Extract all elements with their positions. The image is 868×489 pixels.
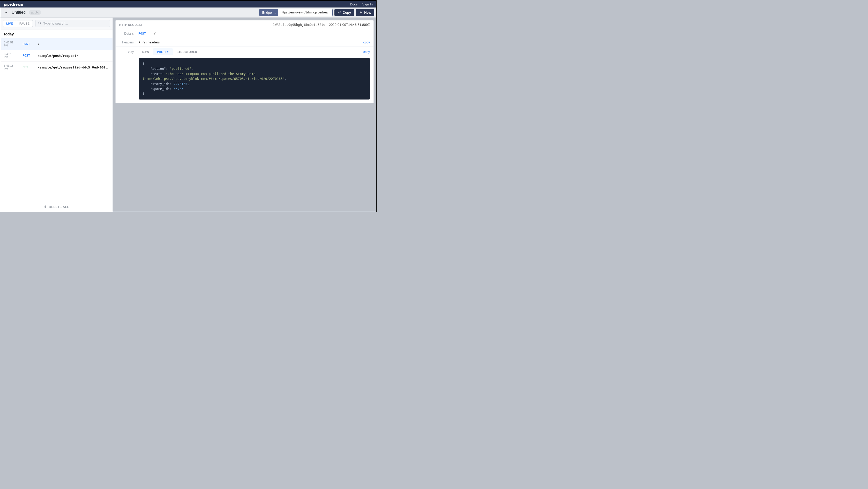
body-code-block[interactable]: { "action": "published", "text": "The us…: [139, 58, 370, 99]
pause-tab[interactable]: PAUSE: [16, 21, 33, 27]
copy-button[interactable]: Copy: [334, 9, 354, 16]
headers-row: Headers (7) headers copy: [116, 38, 373, 47]
body-label: Body: [119, 48, 134, 54]
visibility-badge: public: [29, 10, 41, 15]
endpoint-group: Endpoint: [259, 9, 332, 16]
triangle-right-icon: [138, 40, 141, 44]
panel-title: HTTP REQUEST: [119, 23, 143, 26]
search-icon: [38, 21, 42, 26]
headers-summary: (7) headers: [143, 40, 160, 44]
day-header: Today: [0, 29, 113, 38]
request-list: 3:46:51 PMPOST/3:46:13 PMPOST/sample/pos…: [0, 38, 113, 202]
details-label: Details: [119, 32, 134, 35]
new-button-label: New: [364, 10, 371, 14]
delete-all-button[interactable]: DELETE ALL: [44, 205, 69, 209]
body-row: Body RAW PRETTY STRUCTURED copy: [116, 47, 373, 56]
request-method: POST: [23, 42, 33, 46]
request-path: /: [37, 42, 109, 46]
request-row[interactable]: 3:46:13 PMPOST/sample/post/request/: [0, 50, 113, 62]
live-pause-toggle: LIVE PAUSE: [3, 20, 33, 27]
details-row: Details POST /: [116, 29, 373, 38]
body-tab-pretty[interactable]: PRETTY: [153, 48, 173, 55]
svg-marker-4: [139, 41, 141, 43]
link-icon: [338, 10, 341, 14]
logo: pipedream: [4, 2, 23, 6]
sidebar: LIVE PAUSE Today 3:46:51 PMPOST/3:46:13 …: [0, 18, 113, 212]
request-id: 1WA8o7Lt9q9UhgRj6bcQoto3Btw: [273, 23, 326, 27]
live-tab[interactable]: LIVE: [3, 21, 16, 27]
request-method: POST: [23, 54, 33, 57]
endpoint-url-input[interactable]: [278, 9, 332, 16]
request-method: GET: [23, 65, 33, 69]
copy-body-link[interactable]: copy: [363, 50, 370, 54]
plus-icon: [359, 10, 363, 14]
method-chip: POST: [138, 32, 146, 35]
endpoint-label: Endpoint: [259, 9, 278, 16]
copy-button-label: Copy: [343, 10, 351, 14]
search-input[interactable]: [43, 22, 107, 25]
docs-link[interactable]: Docs: [350, 2, 358, 6]
request-path: /sample/post/request/: [37, 54, 109, 58]
chevron-down-icon[interactable]: [4, 10, 8, 15]
delete-all-label: DELETE ALL: [49, 205, 69, 209]
headers-label: Headers: [119, 40, 134, 44]
body-tab-raw[interactable]: RAW: [138, 48, 153, 55]
request-row[interactable]: 3:46:51 PMPOST/: [0, 38, 113, 50]
request-time: 3:46:13 PM: [4, 64, 18, 70]
app-header: pipedream Docs Sign In: [0, 1, 376, 7]
request-row[interactable]: 3:46:13 PMGET/sample/get/request?id=ddc5…: [0, 62, 113, 73]
request-detail-panel: HTTP REQUEST 1WA8o7Lt9q9UhgRj6bcQoto3Btw…: [115, 20, 374, 103]
body-tab-structured[interactable]: STRUCTURED: [173, 48, 201, 55]
request-time: 3:46:13 PM: [4, 53, 18, 59]
workflow-title[interactable]: Untitled: [12, 10, 26, 15]
headers-disclosure[interactable]: (7) headers: [138, 40, 160, 44]
new-button[interactable]: New: [356, 9, 374, 16]
request-timestamp: 2020-01-09T14:46:51.809Z: [329, 23, 370, 27]
request-path: /sample/get/request?id=ddc5f0ed-60ff-44…: [37, 65, 109, 69]
signin-link[interactable]: Sign In: [362, 2, 373, 6]
svg-line-3: [41, 24, 41, 25]
copy-headers-link[interactable]: copy: [363, 40, 370, 44]
path-chip: /: [154, 32, 156, 35]
trash-icon: [44, 205, 47, 209]
svg-point-2: [38, 22, 41, 24]
request-time: 3:46:51 PM: [4, 41, 18, 47]
search-box[interactable]: [35, 20, 110, 27]
subheader: Untitled public Endpoint Copy New: [0, 7, 376, 18]
